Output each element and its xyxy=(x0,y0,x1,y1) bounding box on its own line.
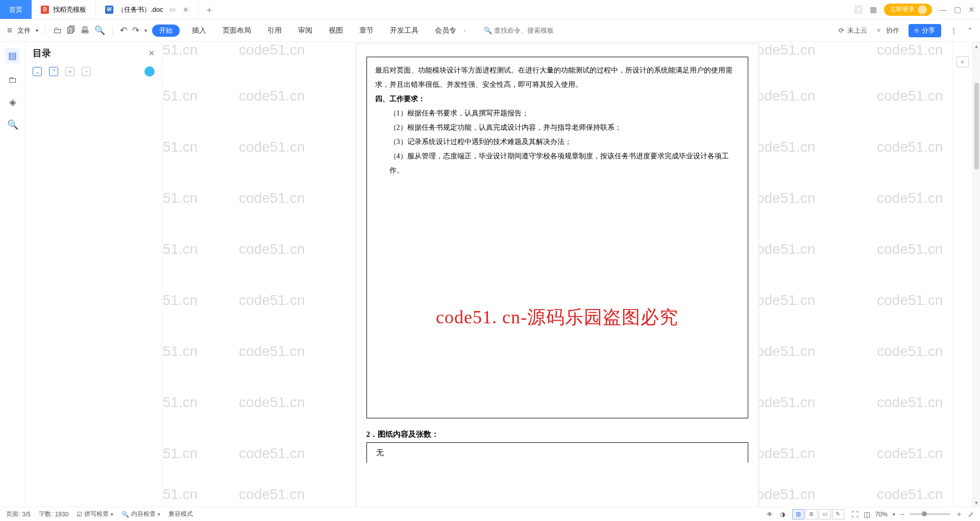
zoom-in-icon[interactable]: ＋ xyxy=(955,510,963,519)
doc-section2-head: 2．图纸内容及张数： xyxy=(366,430,748,439)
scroll-up-icon[interactable]: ▲ xyxy=(973,42,980,50)
search-input[interactable] xyxy=(494,27,576,34)
rail-outline-icon[interactable]: ▤ xyxy=(5,48,20,63)
eye-icon[interactable]: 👁 xyxy=(767,511,773,518)
window-close[interactable]: ✕ xyxy=(968,5,975,14)
document-canvas[interactable]: code51.cncode51.cncode51.cncode51.cncode… xyxy=(162,42,952,507)
view-outline-icon[interactable]: ≣ xyxy=(805,509,818,519)
zoom-dropdown-icon[interactable]: ▾ xyxy=(893,512,895,517)
tab-reference[interactable]: 引用 xyxy=(267,26,282,35)
focus-icon[interactable]: ◑ xyxy=(780,511,785,518)
content-check-label: 内容检查 xyxy=(131,510,156,518)
zoom-control: ⛶ ◫ 70% ▾ − ＋ ⤢ xyxy=(851,510,974,519)
tab-template-label: 找稻壳模板 xyxy=(53,5,86,14)
titlebar-right: ⿴ ▦ 立即登录 ― ▢ ✕ xyxy=(850,0,980,19)
window-maximize[interactable]: ▢ xyxy=(954,5,961,14)
vertical-scrollbar[interactable]: ▲ ▼ xyxy=(972,42,980,507)
tab-home[interactable]: 首页 xyxy=(0,0,32,19)
tab-layout[interactable]: 页面布局 xyxy=(223,26,251,35)
outline-plus-icon[interactable]: + xyxy=(65,67,75,76)
rail-search-icon[interactable]: 🔍 xyxy=(7,119,18,130)
zoom-reset-icon[interactable]: ◫ xyxy=(864,510,870,518)
hamburger-menu-icon[interactable]: ≡ xyxy=(7,26,12,36)
login-label: 立即登录 xyxy=(890,5,915,14)
scroll-right-icon[interactable]: › xyxy=(463,27,465,34)
share-button[interactable]: ⎋分享 xyxy=(909,24,941,37)
redo-icon[interactable]: ↷ xyxy=(132,25,139,36)
view-web-icon[interactable]: ✎ xyxy=(832,509,844,519)
zoom-out-icon[interactable]: − xyxy=(900,510,904,518)
search-icon: 🔍 xyxy=(484,27,492,34)
chevron-down-icon[interactable]: ▾ xyxy=(36,28,38,33)
spellcheck-toggle[interactable]: ☑拼写检查▾ xyxy=(77,510,113,518)
print-preview-icon[interactable]: 🔍 xyxy=(94,25,105,36)
page-indicator[interactable]: 页面: 3/5 xyxy=(6,510,31,518)
left-rail: ▤ 🗀 ◈ 🔍 xyxy=(0,42,26,507)
tab-review[interactable]: 审阅 xyxy=(298,26,312,35)
cloud-status[interactable]: ⟳未上云 xyxy=(839,26,867,35)
layout-grid-icon[interactable]: ⿴ xyxy=(855,5,863,14)
zoom-fit-icon[interactable]: ⛶ xyxy=(851,510,859,518)
save-as-icon[interactable]: 🗐 xyxy=(67,26,76,36)
word-count[interactable]: 字数: 1930 xyxy=(39,510,68,518)
ribbon-tabs: 插入 页面布局 引用 审阅 视图 章节 开发工具 会员专 xyxy=(192,26,456,35)
share-icon: ⎋ xyxy=(915,27,919,34)
doc-section2-box: 无 xyxy=(366,442,748,463)
outline-expand-icon[interactable]: ⌃ xyxy=(49,67,58,76)
share-label: 分享 xyxy=(922,26,935,35)
tab-current-doc[interactable]: W （任务书）.doc ▭ ✕ xyxy=(96,0,199,19)
separator xyxy=(45,26,46,35)
file-menu[interactable]: 文件 xyxy=(17,26,31,35)
outline-collapse-icon[interactable]: ⌄ xyxy=(33,67,42,76)
view-page-icon[interactable]: ▥ xyxy=(792,509,804,519)
ribbon-toolbar: ≡ 文件 ▾ 🗀 🗐 🖶 🔍 ↶ ↷ ▾ 开始 插入 页面布局 引用 审阅 视图… xyxy=(0,19,980,42)
wps-doc-icon: W xyxy=(105,6,113,14)
rail-bookmark-icon[interactable]: ◈ xyxy=(9,97,16,108)
content-check[interactable]: 🔍内容检查▾ xyxy=(121,510,160,518)
tab-insert[interactable]: 插入 xyxy=(192,26,206,35)
scroll-down-icon[interactable]: ▼ xyxy=(973,499,980,507)
chevron-down-icon[interactable]: ▾ xyxy=(144,28,147,33)
undo-icon[interactable]: ↶ xyxy=(120,25,127,36)
scroll-thumb[interactable] xyxy=(974,83,979,170)
apps-grid-icon[interactable]: ▦ xyxy=(870,5,877,14)
collapse-ribbon-icon[interactable]: ⌃ xyxy=(967,27,973,34)
collab-button[interactable]: ᯤ协作 xyxy=(876,26,899,35)
rail-clipboard-icon[interactable]: 🗀 xyxy=(8,75,17,85)
expand-right-panel-icon[interactable]: « xyxy=(957,56,969,67)
doc-req-2: （2）根据任务书规定功能，认真完成设计内容，并与指导老师保持联系； xyxy=(389,121,740,135)
view-mode-set: ▥ ≣ ▭ ✎ xyxy=(792,509,844,519)
presentation-icon[interactable]: ▭ xyxy=(169,6,176,13)
fullscreen-icon[interactable]: ⤢ xyxy=(968,510,974,518)
start-tab[interactable]: 开始 xyxy=(152,25,180,37)
outline-assistant-icon[interactable] xyxy=(144,66,155,77)
template-app-icon: D xyxy=(41,6,49,14)
zoom-slider[interactable] xyxy=(910,513,950,515)
outline-header: 目录 ✕ xyxy=(33,47,155,59)
view-read-icon[interactable]: ▭ xyxy=(819,509,831,519)
login-button[interactable]: 立即登录 xyxy=(884,4,932,16)
new-tab-button[interactable]: ＋ xyxy=(199,0,220,19)
outline-minus-icon[interactable]: − xyxy=(82,67,91,76)
outline-close-icon[interactable]: ✕ xyxy=(149,49,155,57)
doc-req-4: （4）服从管理，态度端正，毕业设计期间遵守学校各项规章制度，按该任务书进度要求完… xyxy=(389,149,740,178)
tab-view[interactable]: 视图 xyxy=(329,26,343,35)
spellcheck-icon: ☑ xyxy=(77,511,82,518)
zoom-value[interactable]: 70% xyxy=(875,511,888,518)
more-vertical-icon[interactable]: ⋮ xyxy=(950,27,958,34)
command-search[interactable]: 🔍 xyxy=(484,27,576,34)
words-value: 1930 xyxy=(55,511,68,518)
cloud-icon: ⟳ xyxy=(839,27,844,34)
tab-member[interactable]: 会员专 xyxy=(435,26,456,35)
outline-tools: ⌄ ⌃ + − xyxy=(33,66,155,77)
tab-chapter[interactable]: 章节 xyxy=(359,26,374,35)
outline-panel: 目录 ✕ ⌄ ⌃ + − xyxy=(26,42,162,507)
tab-devtools[interactable]: 开发工具 xyxy=(390,26,419,35)
tab-home-label: 首页 xyxy=(9,5,22,14)
window-minimize[interactable]: ― xyxy=(939,5,947,14)
tab-close-icon[interactable]: ✕ xyxy=(183,6,189,14)
compat-mode[interactable]: 兼容模式 xyxy=(168,510,193,518)
print-icon[interactable]: 🖶 xyxy=(81,26,89,36)
tab-template[interactable]: D 找稻壳模板 xyxy=(32,0,96,19)
save-icon[interactable]: 🗀 xyxy=(53,26,62,36)
